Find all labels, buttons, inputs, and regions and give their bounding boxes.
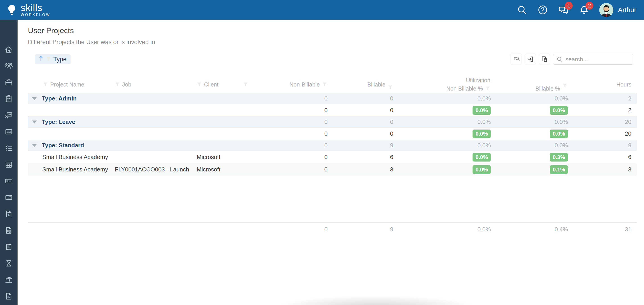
hourglass-icon[interactable] <box>4 259 13 268</box>
invoice-dollar-icon[interactable]: $ <box>4 209 13 218</box>
column-header-blank[interactable] <box>242 76 259 93</box>
column-header-job[interactable]: Job <box>111 76 192 93</box>
user-name[interactable]: Arthur <box>618 6 636 14</box>
cell-non-billable: 0 <box>259 130 333 137</box>
cell-billable: 0 <box>333 107 399 114</box>
group-label: Type: Leave <box>42 119 75 125</box>
document-icon[interactable] <box>4 226 13 235</box>
group-row-admin[interactable]: Type: Admin 0 0 0.0% 0.0% 2 <box>28 93 637 104</box>
messages-icon[interactable]: 1 <box>558 5 568 15</box>
table-row[interactable]: Small Business Academy FLY0001ACCO003 - … <box>28 163 637 176</box>
home-icon[interactable] <box>4 45 13 54</box>
cell-non-billable: 0 <box>259 95 333 102</box>
credit-card-icon[interactable] <box>4 193 13 202</box>
cell-billable: 6 <box>333 154 399 161</box>
receipt-icon[interactable] <box>4 242 13 251</box>
tasks-clipboard-icon[interactable] <box>4 94 13 103</box>
id-card-icon[interactable] <box>4 127 13 136</box>
cell-non-billable-pct: 0.0% <box>399 130 496 138</box>
cell-billable-pct: 0.0% <box>496 106 573 115</box>
cell-non-billable-pct: 0.0% <box>399 142 496 149</box>
filter-funnel-icon[interactable] <box>42 82 48 88</box>
total-hours: 31 <box>573 226 637 233</box>
grid-search-input[interactable] <box>565 56 630 63</box>
cell-billable-pct: 0.1% <box>496 165 573 174</box>
brand-name: skills <box>21 3 50 13</box>
total-non-billable: 0 <box>259 226 333 233</box>
user-avatar[interactable] <box>599 3 614 17</box>
cheque-icon[interactable]: $ <box>4 177 13 186</box>
pct-badge: 0.0% <box>472 106 491 115</box>
sort-chip-type[interactable]: ↑ Type <box>35 54 71 64</box>
training-board-icon[interactable] <box>4 111 13 120</box>
table-row[interactable]: 0 0 0.0% 0.0% 20 <box>28 128 637 140</box>
group-label: Type: Admin <box>42 95 77 102</box>
cell-hours: 20 <box>573 119 637 125</box>
page-title: User Projects <box>28 26 74 35</box>
column-header-project[interactable]: Project Name <box>28 76 111 93</box>
column-header-client[interactable]: Client <box>192 76 242 93</box>
grid-search <box>553 54 633 65</box>
app-header: skills WORKFLOW 1 2 <box>0 0 644 20</box>
cell-billable: 0 <box>333 130 399 137</box>
notifications-badge: 2 <box>586 2 593 10</box>
table-row[interactable]: Small Business Academy Microsoft 0 6 0.0… <box>28 151 637 163</box>
cell-non-billable: 0 <box>259 166 333 173</box>
search-icon[interactable] <box>517 5 527 15</box>
cell-non-billable: 0 <box>259 107 333 114</box>
filter-funnel-icon[interactable] <box>485 86 491 92</box>
column-header-billable-pct[interactable]: Billable % <box>496 84 573 93</box>
copy-grid-button[interactable] <box>539 54 550 65</box>
cell-billable: 9 <box>333 142 399 149</box>
svg-text:$: $ <box>6 180 8 183</box>
cell-billable-pct: 0.0% <box>496 95 573 102</box>
help-icon[interactable] <box>538 5 548 15</box>
report-chart-icon[interactable] <box>4 292 13 301</box>
checklist-icon[interactable] <box>4 144 13 153</box>
cell-billable-pct: 0.0% <box>496 119 573 125</box>
group-row-leave[interactable]: Type: Leave 0 0 0.0% 0.0% 20 <box>28 116 637 128</box>
cell-billable: 3 <box>333 166 399 173</box>
collapse-triangle-icon[interactable] <box>32 97 37 100</box>
cell-hours: 3 <box>573 166 637 173</box>
cell-hours: 9 <box>573 142 637 149</box>
vacation-umbrella-icon[interactable] <box>4 275 13 284</box>
group-row-standard[interactable]: Type: Standard 0 9 0.0% 0.0% 9 <box>28 140 637 151</box>
pct-badge: 0.3% <box>550 153 568 162</box>
total-non-billable-pct: 0.0% <box>399 226 496 233</box>
export-button[interactable] <box>525 54 536 65</box>
app-logo[interactable]: skills WORKFLOW <box>6 3 50 17</box>
filter-funnel-icon[interactable] <box>114 82 120 88</box>
column-header-billable[interactable]: Billable <box>333 76 399 93</box>
group-label: Type: Standard <box>42 142 84 149</box>
filter-funnel-icon[interactable] <box>242 82 249 88</box>
team-icon[interactable] <box>4 62 13 71</box>
pct-badge: 0.1% <box>550 165 568 174</box>
cell-job: FLY0001ACCO003 - Launch <box>111 166 192 173</box>
cell-billable-pct: 0.0% <box>496 142 573 149</box>
briefcase-icon[interactable] <box>4 78 13 87</box>
topbar-actions: 1 2 Arthur <box>506 3 636 17</box>
cell-non-billable: 0 <box>259 119 333 125</box>
sidebar-nav: $ $ <box>0 20 18 305</box>
grid-toolbar <box>510 54 633 65</box>
column-header-hours[interactable]: Hours <box>573 76 637 93</box>
filter-funnel-icon[interactable] <box>322 82 328 88</box>
column-header-non-billable-pct[interactable]: Non Billable % <box>399 84 496 93</box>
filter-search-button[interactable] <box>510 54 522 65</box>
cell-client: Microsoft <box>192 154 242 161</box>
filter-funnel-icon[interactable] <box>196 82 202 88</box>
cell-billable: 0 <box>333 95 399 102</box>
collapse-triangle-icon[interactable] <box>32 121 37 123</box>
cell-billable-pct: 0.3% <box>496 153 573 162</box>
calendar-grid-icon[interactable] <box>4 160 13 169</box>
cell-hours: 6 <box>573 154 637 161</box>
filter-funnel-icon[interactable] <box>562 83 568 89</box>
notifications-icon[interactable]: 2 <box>579 5 589 15</box>
lightbulb-icon <box>6 3 18 16</box>
column-header-non-billable[interactable]: Non-Billable <box>259 76 333 93</box>
filter-funnel-icon[interactable] <box>387 85 393 91</box>
cell-non-billable-pct: 0.0% <box>399 165 496 174</box>
collapse-triangle-icon[interactable] <box>32 144 37 147</box>
table-row[interactable]: 0 0 0.0% 0.0% 2 <box>28 104 637 116</box>
